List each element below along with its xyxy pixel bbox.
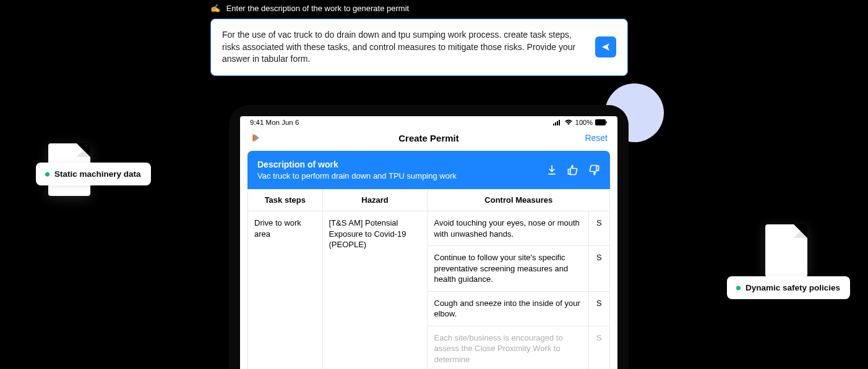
wifi-icon bbox=[564, 119, 573, 125]
status-bar: 9:41 Mon Jun 6 100% bbox=[240, 116, 617, 129]
prompt-text[interactable]: For the use of vac truck to do drain dow… bbox=[222, 29, 588, 66]
card-title: Description of work bbox=[257, 159, 546, 169]
status-time: 9:41 Mon Jun 6 bbox=[250, 119, 299, 126]
thumbs-up-icon[interactable] bbox=[567, 164, 579, 176]
pill-static-machinery: Static machinery data bbox=[36, 163, 151, 185]
app-logo-icon bbox=[250, 132, 261, 143]
cell-control: Avoid touching your eyes, nose or mouth … bbox=[428, 211, 588, 246]
prompt-label: Enter the description of the work to gen… bbox=[210, 4, 409, 13]
table-header-task: Task steps bbox=[248, 189, 322, 211]
document-icon-right bbox=[765, 224, 807, 277]
thumbs-down-icon[interactable] bbox=[588, 164, 600, 176]
cell-control: Continue to follow your site's specific … bbox=[428, 246, 588, 292]
cell-s: S bbox=[588, 326, 609, 369]
cell-hazard: [T&S AM] Potensial Exposure to Covid-19 … bbox=[322, 211, 428, 370]
send-button[interactable] bbox=[595, 36, 616, 57]
app-header: Create Permit Reset bbox=[240, 129, 617, 150]
svg-rect-4 bbox=[595, 119, 606, 125]
table-row: Drive to work area [T&S AM] Potensial Ex… bbox=[248, 211, 609, 246]
table-header-control: Control Measures bbox=[428, 189, 609, 211]
tablet-screen: 9:41 Mon Jun 6 100% Create Permit Reset … bbox=[240, 116, 617, 369]
status-right: 100% bbox=[553, 119, 608, 126]
card-subtitle: Vac truck to perform drain down and TPU … bbox=[257, 171, 546, 180]
download-icon[interactable] bbox=[546, 164, 558, 176]
signal-icon bbox=[553, 119, 562, 125]
work-description-card: Description of work Vac truck to perform… bbox=[247, 151, 610, 189]
permit-table: Task steps Hazard Control Measures Drive… bbox=[247, 189, 610, 369]
svg-rect-0 bbox=[553, 124, 554, 125]
page-title: Create Permit bbox=[398, 133, 459, 143]
cell-s: S bbox=[588, 246, 609, 292]
cell-control: Cough and sneeze into the inside of your… bbox=[428, 291, 588, 326]
pill-dynamic-safety: Dynamic safety policies bbox=[727, 276, 850, 299]
svg-rect-1 bbox=[555, 122, 556, 125]
svg-rect-2 bbox=[557, 121, 558, 125]
cell-s: S bbox=[588, 291, 609, 326]
svg-rect-3 bbox=[559, 120, 560, 125]
table-header-hazard: Hazard bbox=[322, 189, 428, 211]
tablet-frame: 9:41 Mon Jun 6 100% Create Permit Reset … bbox=[229, 105, 629, 369]
prompt-input-box[interactable]: For the use of vac truck to do drain dow… bbox=[210, 19, 628, 76]
reset-button[interactable]: Reset bbox=[585, 133, 608, 143]
send-icon bbox=[601, 42, 611, 52]
cell-task: Drive to work area bbox=[248, 211, 322, 370]
svg-rect-5 bbox=[606, 121, 608, 124]
cell-control: Each site/business is encouraged to asse… bbox=[428, 326, 588, 369]
battery-icon bbox=[595, 119, 608, 125]
cell-s: S bbox=[588, 211, 609, 246]
